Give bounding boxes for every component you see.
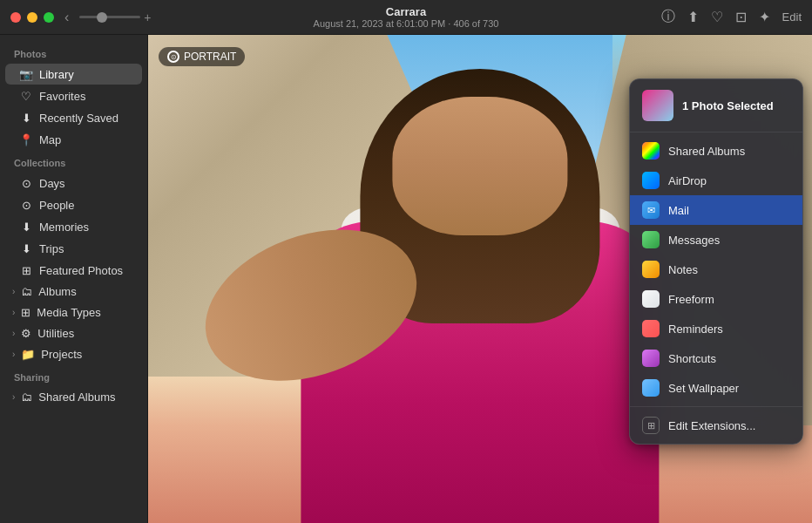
sidebar-item-recently-saved-label: Recently Saved [39,112,128,125]
sidebar-item-media-types-label: Media Types [37,306,100,319]
zoom-track [79,16,140,18]
title-bar-right: ⓘ ⬆ ♡ ⊡ ✦ Edit [661,8,802,26]
sidebar-item-memories-label: Memories [39,221,128,234]
edit-button[interactable]: Edit [782,10,802,24]
portrait-badge-icon: ⊙ [167,51,179,63]
popover-thumbnail [642,90,673,121]
popover-item-freeform[interactable]: Freeform [630,284,802,314]
albums-chevron-icon: › [12,287,15,296]
person-figure [281,59,679,523]
person-face [392,97,567,236]
popover-item-messages[interactable]: Messages [630,225,802,255]
albums-icon: 🗂 [21,285,32,298]
shared-albums-icon: 🗂 [21,391,32,404]
sidebar-item-map[interactable]: 📍 Map [5,129,142,150]
sidebar-item-memories[interactable]: ⬇ Memories [5,216,142,237]
heart-icon[interactable]: ♡ [711,9,723,25]
portrait-badge-label: PORTRAIT [184,51,236,63]
popover-menu: Shared Albums AirDrop ✉ Mail Messages No… [630,132,802,444]
sidebar-item-days[interactable]: ⊙ Days [5,173,142,194]
utilities-icon: ⚙ [21,327,31,340]
popover-item-airdrop[interactable]: AirDrop [630,166,802,195]
minimize-button[interactable] [27,12,37,23]
utilities-chevron-icon: › [12,329,15,338]
popover-item-shared-albums[interactable]: Shared Albums [630,136,802,166]
messages-icon [642,231,660,248]
popover-item-wallpaper-label: Set Wallpaper [668,382,739,395]
maximize-button[interactable] [44,12,54,23]
sidebar-item-people-label: People [39,199,128,212]
popover-item-mail-label: Mail [668,204,689,217]
recently-saved-icon: ⬇ [19,111,33,125]
close-button[interactable] [10,12,21,23]
sidebar-item-days-label: Days [39,177,128,190]
sidebar-item-shared-albums[interactable]: › 🗂 Shared Albums [5,387,142,407]
popover-item-mail[interactable]: ✉ Mail [630,195,802,225]
traffic-lights [10,12,54,23]
sidebar-item-recently-saved[interactable]: ⬇ Recently Saved [5,107,142,128]
popover-item-reminders[interactable]: Reminders [630,314,802,343]
sidebar: Photos 📷 Library ♡ Favorites ⬇ Recently … [0,35,148,523]
mail-icon: ✉ [642,201,660,219]
popover-item-notes[interactable]: Notes [630,255,802,284]
share-icon[interactable]: ⬆ [687,9,699,25]
shared-albums-chevron-icon: › [12,392,15,402]
zoom-in-icon[interactable]: + [144,10,151,24]
sidebar-item-albums[interactable]: › 🗂 Albums [5,282,142,302]
popover-item-wallpaper[interactable]: Set Wallpaper [630,373,802,403]
library-icon: 📷 [19,67,33,81]
sidebar-item-favorites[interactable]: ♡ Favorites [5,85,142,106]
memories-icon: ⬇ [19,220,33,234]
edit-extensions-icon: ⊞ [642,417,660,434]
photo-viewer[interactable]: ⊙ PORTRAIT 1 Photo Selected Shared Album… [148,35,812,523]
sidebar-item-featured-photos[interactable]: ⊞ Featured Photos [5,260,142,281]
popover-item-shared-albums-label: Shared Albums [668,145,745,158]
days-icon: ⊙ [19,176,33,190]
sidebar-item-people[interactable]: ⊙ People [5,194,142,215]
sidebar-item-utilities-label: Utilities [37,327,74,340]
featured-photos-icon: ⊞ [19,263,33,277]
back-arrow-icon[interactable]: ‹ [61,8,72,27]
sidebar-item-projects[interactable]: › 📁 Projects [5,344,142,364]
info-icon[interactable]: ⓘ [661,8,675,26]
popover-header: 1 Photo Selected [630,79,802,132]
reminders-icon [642,320,660,337]
popover-item-messages-label: Messages [668,234,720,247]
media-types-chevron-icon: › [12,308,15,317]
sidebar-item-trips[interactable]: ⬇ Trips [5,238,142,259]
sidebar-item-utilities[interactable]: › ⚙ Utilities [5,323,142,343]
sidebar-section-collections: Collections [0,151,147,172]
shortcuts-icon [642,350,660,367]
sidebar-item-albums-label: Albums [38,285,76,298]
wallpaper-icon [642,379,660,397]
people-icon: ⊙ [19,198,33,212]
projects-chevron-icon: › [12,350,15,359]
favorites-icon: ♡ [19,89,33,103]
popover-item-shortcuts[interactable]: Shortcuts [630,343,802,373]
sidebar-item-library[interactable]: 📷 Library [5,64,142,85]
popover-item-freeform-label: Freeform [668,293,714,306]
zoom-slider[interactable]: + [79,10,151,24]
popover-item-reminders-label: Reminders [668,323,723,336]
notes-icon [642,261,660,278]
popover-item-notes-label: Notes [668,263,698,276]
sidebar-item-map-label: Map [39,133,128,146]
magic-icon[interactable]: ✦ [759,9,770,25]
media-types-icon: ⊞ [21,306,30,319]
popover-item-edit-extensions[interactable]: ⊞ Edit Extensions... [630,411,802,440]
sidebar-item-shared-albums-label: Shared Albums [38,391,115,404]
sidebar-item-projects-label: Projects [41,348,82,361]
sidebar-item-trips-label: Trips [39,242,128,255]
sidebar-section-sharing: Sharing [0,365,147,386]
crop-icon[interactable]: ⊡ [735,9,747,25]
title-bar-left: ‹ + [10,8,152,27]
freeform-icon [642,290,660,308]
sidebar-section-photos: Photos [0,42,147,63]
sidebar-item-media-types[interactable]: › ⊞ Media Types [5,302,142,323]
popover-item-edit-extensions-label: Edit Extensions... [668,419,755,432]
popover-item-airdrop-label: AirDrop [668,174,707,187]
sidebar-item-featured-photos-label: Featured Photos [39,264,128,277]
airdrop-icon [642,172,660,189]
sidebar-item-library-label: Library [39,68,128,81]
projects-icon: 📁 [21,348,35,361]
